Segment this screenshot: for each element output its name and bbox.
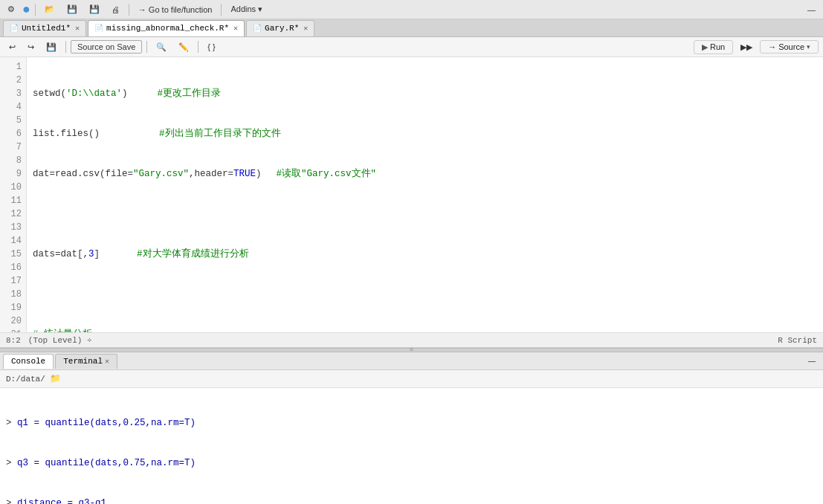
tab-missing-abnormal-label: missing_abnormal_check.R* (106, 24, 229, 33)
play-icon: ▶ (702, 42, 708, 52)
console-working-dir: D:/data/ 📁 (0, 370, 823, 388)
console-line-2: > q3 = quantile(dats,0.75,na.rm=T) (6, 456, 817, 470)
working-dir-label: D:/data/ (6, 375, 45, 384)
source-icon: → (768, 42, 776, 51)
minimize-button[interactable]: — (803, 3, 820, 16)
editor-toolbar-sep3 (198, 41, 199, 53)
tab-gary-close[interactable]: ✕ (303, 24, 308, 33)
tab-bar: 📄 Untitled1* ✕ 📄 missing_abnormal_check.… (0, 19, 823, 37)
scope-indicator: (Top Level) ÷ (28, 336, 92, 345)
run-label: Run (710, 42, 725, 51)
tab-untitled1-label: Untitled1* (22, 24, 71, 33)
code-line-5: dats=dat[,3]#对大学体育成绩进行分析 (33, 248, 817, 261)
source-button[interactable]: → Source ▾ (760, 40, 819, 54)
toolbar-separator-3 (221, 4, 222, 16)
terminal-tab-close[interactable]: ✕ (105, 357, 109, 366)
tab-untitled1[interactable]: 📄 Untitled1* ✕ (3, 20, 86, 36)
toolbar-separator-2 (129, 4, 129, 16)
editor-toolbar: ↩ ↪ 💾 Source on Save 🔍 ✏️ { } ▶ Run ▶▶ →… (0, 37, 823, 56)
window-controls: — (803, 3, 820, 16)
code-line-1: setwd('D:\\data')#更改工作目录 (33, 87, 817, 100)
code-line-4 (33, 207, 817, 221)
code-line-7: # 统计量分析 (33, 328, 817, 333)
code-button[interactable]: { } (203, 40, 219, 54)
editor-status-bar: 8:2 (Top Level) ÷ R Script (0, 332, 823, 348)
terminal-tab[interactable]: Terminal ✕ (55, 354, 117, 369)
settings-button[interactable]: ⚙ (3, 2, 19, 16)
code-line-3: dat=read.csv(file="Gary.csv",header=TRUE… (33, 167, 817, 181)
console-panel: Console Terminal ✕ — D:/data/ 📁 > q1 = q… (0, 352, 823, 504)
tab-missing-abnormal[interactable]: 📄 missing_abnormal_check.R* ✕ (88, 20, 245, 36)
console-tab-label: Console (11, 357, 45, 366)
console-tab-bar: Console Terminal ✕ — (0, 352, 823, 370)
dir-icon: 📁 (50, 373, 61, 384)
save-editor-button[interactable]: 💾 (42, 40, 61, 54)
run-next-button[interactable]: ▶▶ (736, 40, 757, 54)
save-button[interactable]: 💾 (62, 2, 82, 16)
logo-icon: ● (22, 2, 30, 17)
editor-toolbar-right: ▶ Run ▶▶ → Source ▾ (694, 40, 819, 54)
code-line-6 (33, 288, 817, 301)
console-output[interactable]: > q1 = quantile(dats,0.25,na.rm=T) > q3 … (0, 388, 823, 504)
goto-file-button[interactable]: → Go to file/function (134, 3, 217, 16)
top-toolbar: ⚙ ● 📂 💾 💾 🖨 → Go to file/function Addins… (0, 0, 823, 19)
file-icon-1: 📄 (10, 24, 19, 33)
tab-untitled1-close[interactable]: ✕ (75, 24, 80, 33)
cursor-position: 8:2 (6, 336, 21, 345)
console-line-3: > distance = q3-q1 (6, 497, 817, 504)
source-on-save-button[interactable]: Source on Save (71, 40, 142, 54)
tab-gary[interactable]: 📄 Gary.R* ✕ (246, 20, 314, 36)
console-line-1: > q1 = quantile(dats,0.25,na.rm=T) (6, 416, 817, 430)
print-button[interactable]: 🖨 (107, 3, 124, 16)
editor-toolbar-sep2 (146, 41, 147, 53)
open-button[interactable]: 📂 (40, 2, 59, 16)
console-minimize[interactable]: — (804, 355, 820, 367)
file-icon-2: 📄 (94, 24, 103, 33)
editor-toolbar-sep1 (65, 41, 66, 53)
addins-button[interactable]: Addins ▾ (226, 2, 267, 16)
code-line-2: list.files()#列出当前工作目录下的文件 (33, 127, 817, 140)
save-all-button[interactable]: 💾 (85, 2, 104, 16)
tab-gary-label: Gary.R* (265, 24, 299, 33)
undo-button[interactable]: ↩ (4, 40, 20, 54)
terminal-tab-label: Terminal (63, 357, 103, 366)
toolbar-separator-1 (35, 4, 36, 16)
file-type-indicator: R Script (778, 336, 817, 345)
run-button[interactable]: ▶ Run (694, 40, 733, 54)
code-editor[interactable]: 12345 678910 1112131415 1617181920 21222… (0, 57, 823, 333)
redo-button[interactable]: ↪ (23, 40, 39, 54)
console-tab[interactable]: Console (3, 354, 54, 369)
line-numbers: 12345 678910 1112131415 1617181920 21222… (0, 57, 27, 333)
source-label: Source (778, 42, 804, 51)
tab-missing-abnormal-close[interactable]: ✕ (233, 24, 238, 33)
console-controls: — (804, 355, 820, 367)
file-icon-3: 📄 (253, 24, 262, 33)
search-button[interactable]: 🔍 (152, 40, 171, 54)
magic-wand-button[interactable]: ✏️ (174, 40, 193, 54)
code-content[interactable]: setwd('D:\\data')#更改工作目录 list.files()#列出… (27, 57, 823, 333)
source-dropdown-arrow: ▾ (807, 43, 810, 51)
